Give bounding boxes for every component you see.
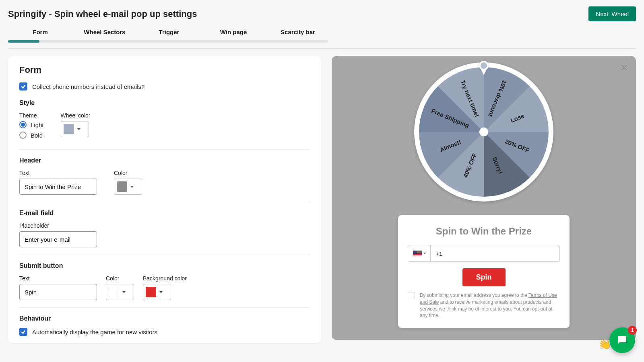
sector-label: Lose: [510, 112, 525, 124]
header-color-picker[interactable]: [114, 179, 142, 195]
tab-scarcity-bar[interactable]: Scarcity bar: [266, 29, 330, 40]
sector-label: Try next time!: [459, 79, 481, 118]
chat-widget-button[interactable]: 👋 1 We Are Here!: [609, 327, 635, 353]
sector-label: 10% discount: [487, 79, 508, 118]
header-text-label: Text: [19, 170, 97, 176]
auto-display-label: Automatically display the game for new v…: [32, 329, 157, 335]
header-color-swatch: [117, 181, 127, 192]
popup-title: Spin to Win the Prize: [408, 226, 560, 237]
phone-prefix[interactable]: +1: [431, 245, 559, 261]
header-text-input[interactable]: [19, 179, 97, 195]
email-section-heading: E-mail field: [19, 210, 310, 217]
consent-text: By submitting your email address you agr…: [420, 292, 560, 319]
tab-win-page[interactable]: Win page: [201, 29, 266, 40]
wheel-hub: [479, 128, 488, 136]
us-flag-icon: [413, 251, 422, 256]
chat-icon: [616, 334, 628, 346]
email-placeholder-input[interactable]: [19, 231, 97, 247]
spin-button[interactable]: Spin: [462, 268, 506, 286]
collect-phone-checkbox[interactable]: [19, 82, 27, 90]
consent-checkbox[interactable]: [408, 292, 415, 299]
wheel-color-picker[interactable]: [61, 121, 89, 137]
wheel-color-label: Wheel color: [61, 112, 91, 119]
chevron-down-icon: [423, 253, 426, 254]
submit-text-label: Text: [19, 275, 97, 282]
page-title: Springify - Spin wheel e-mail pop up set…: [8, 9, 197, 19]
theme-light-label: Light: [31, 121, 44, 128]
collect-phone-label: Collect phone numbers instead of emails?: [32, 83, 144, 90]
sector-label: 40% OFF: [462, 152, 478, 179]
submit-color-swatch: [109, 287, 119, 297]
tab-trigger[interactable]: Trigger: [137, 29, 201, 40]
theme-bold-label: Bold: [31, 132, 43, 139]
tab-form[interactable]: Form: [8, 29, 72, 40]
auto-display-checkbox[interactable]: [19, 328, 27, 336]
theme-label: Theme: [19, 112, 44, 119]
popup-card: Spin to Win the Prize +1 Spin By submitt…: [398, 215, 570, 328]
chat-badge: 1: [628, 326, 637, 335]
tab-wheel-sectors[interactable]: Wheel Sectors: [72, 29, 137, 40]
submit-bg-swatch: [146, 287, 156, 297]
preview-panel: 10% discount Lose 20% OFF Sorry! 40% OFF…: [332, 56, 636, 340]
submit-bg-picker[interactable]: [143, 284, 171, 300]
sector-label: Almost!: [439, 138, 462, 153]
progress-fill: [8, 40, 39, 43]
sector-label: Sorry!: [491, 156, 504, 175]
phone-input[interactable]: +1: [408, 245, 560, 262]
chevron-down-icon: [159, 291, 163, 293]
header-divider: [8, 48, 636, 49]
header-section-heading: Header: [19, 157, 310, 164]
wheel-pointer-icon: [479, 61, 489, 77]
behaviour-heading: Behaviour: [19, 315, 310, 322]
email-placeholder-label: Placeholder: [19, 222, 310, 229]
tabs: Form Wheel Sectors Trigger Win page Scar…: [0, 21, 644, 40]
submit-color-label: Color: [106, 275, 134, 282]
wheel-preview: 10% discount Lose 20% OFF Sorry! 40% OFF…: [414, 62, 553, 202]
submit-section-heading: Submit button: [19, 262, 310, 269]
submit-color-picker[interactable]: [106, 284, 134, 300]
chevron-down-icon: [77, 128, 80, 130]
wheel-color-swatch: [64, 124, 74, 134]
chevron-down-icon: [130, 186, 134, 188]
submit-text-input[interactable]: [19, 284, 97, 300]
chevron-down-icon: [122, 291, 126, 293]
form-heading: Form: [19, 65, 310, 75]
theme-light-radio[interactable]: [19, 121, 27, 128]
style-heading: Style: [19, 99, 310, 107]
sector-label: 20% OFF: [504, 138, 530, 154]
progress-track: [8, 40, 328, 43]
close-icon[interactable]: [620, 63, 629, 73]
sector-label: Free Shipping: [430, 107, 470, 129]
next-wheel-button[interactable]: Next: Wheel: [588, 6, 636, 21]
theme-bold-radio[interactable]: [19, 132, 27, 139]
submit-bg-label: Background color: [143, 275, 187, 282]
header-color-label: Color: [114, 170, 142, 176]
country-flag-button[interactable]: [408, 245, 431, 261]
form-card: Form Collect phone numbers instead of em…: [8, 56, 321, 343]
